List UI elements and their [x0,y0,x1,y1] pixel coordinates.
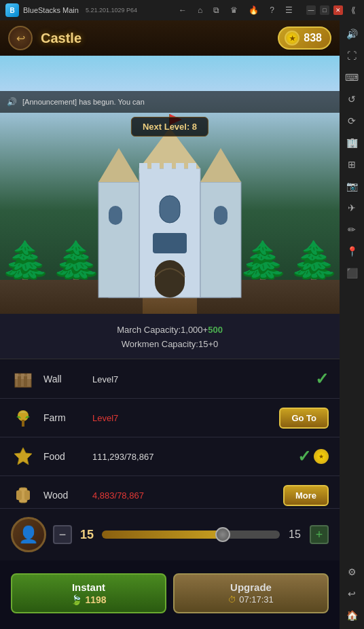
minimize-btn[interactable]: — [306,5,316,15]
sidebar-home-icon[interactable]: 🏠 [342,606,361,625]
svg-rect-3 [98,182,139,298]
nav-arrow-btn[interactable]: ⟪ [348,4,359,16]
wood-label: Wood [43,490,84,501]
farm-label: Farm [43,412,84,423]
workmen-minus-button[interactable]: − [53,525,72,544]
svg-rect-15 [176,163,184,173]
farm-icon [11,406,35,430]
castle-svg: 7 7 [68,114,272,307]
svg-rect-37 [24,490,30,500]
wall-label: Wall [43,374,84,384]
svg-rect-36 [16,490,22,500]
sidebar-layers-icon[interactable]: ⬛ [342,264,361,283]
announcement-text: [Announcement] has begun. You can [22,98,145,106]
nav-flame-btn[interactable]: 🔥 [246,4,261,16]
sidebar-grid-icon[interactable]: ⊞ [342,155,361,174]
sidebar-location-icon[interactable]: 📍 [342,242,361,261]
farm-action[interactable]: Go To [279,408,329,429]
bs-left: B BlueStacks Main 5.21.201.1029 P64 [5,3,137,17]
nav-menu-btn[interactable]: ☰ [283,4,295,16]
sidebar-fullscreen-icon[interactable]: ⛶ [342,46,361,65]
close-btn[interactable]: ✕ [333,5,343,15]
workmen-current: 15 [79,528,95,542]
table-row: Food 111,293/78,867 ✓ ★ [0,437,340,476]
nav-home-btn[interactable]: ⌂ [195,4,205,16]
nav-back-btn[interactable]: ← [176,4,189,16]
maximize-btn[interactable]: □ [320,5,329,15]
stats-container: Wall Level7 ✓ Farm Level7 Go To [0,360,340,515]
march-capacity-text: March Capacity:1,000+500 [11,323,329,338]
workmen-section: 👤 − 15 15 + [0,508,340,560]
food-action: ✓ ★ [297,447,329,466]
wood-icon [11,483,35,507]
bs-logo: B [5,3,19,17]
food-check-icon: ✓ [297,447,311,466]
workmen-slider[interactable] [102,531,280,539]
clock-icon: ⏱ [228,595,236,605]
svg-rect-13 [151,163,160,173]
sidebar-gear-icon[interactable]: ⚙ [342,562,361,581]
bs-subtitle-text: 5.21.201.1029 P64 [86,7,137,14]
instant-cost-icon: 🍃 [71,594,82,605]
food-icon [11,444,35,469]
svg-rect-9 [155,260,185,298]
instant-cost-container: 🍃 1198 [71,594,106,605]
info-panel: March Capacity:1,000+500 Workmen Capacit… [0,314,340,359]
right-sidebar: 🔊 ⛶ ⌨ ↺ ⟳ 🏢 ⊞ 📷 ✈ ✏ 📍 ⬛ ⚙ ↩ 🏠 [340,20,364,629]
wall-check-icon: ✓ [315,370,329,388]
workmen-plus-button[interactable]: + [310,525,329,544]
back-button[interactable]: ↩ [8,26,33,50]
game-container: ↩ Castle ★ 838 🔊 [Announcement] has begu… [0,20,340,629]
sidebar-rotate-icon[interactable]: ↺ [342,90,361,109]
nav-help-btn[interactable]: ? [267,4,277,16]
sidebar-camera-icon[interactable]: 📷 [342,177,361,196]
back-arrow-icon: ↩ [16,32,25,45]
svg-rect-33 [22,420,24,427]
upgrade-time-container: ⏱ 07:17:31 [228,594,274,605]
svg-rect-10 [109,206,122,225]
announcement-bar: 🔊 [Announcement] has begun. You can [0,91,340,113]
svg-rect-16 [188,163,196,173]
bluestacks-bar: B BlueStacks Main 5.21.201.1029 P64 ← ⌂ … [0,0,364,20]
gold-badge: ★ 838 [278,26,331,50]
instant-label: Instant [72,581,105,593]
nav-tabs-btn[interactable]: ⧉ [211,4,222,16]
wood-more-button[interactable]: More [283,485,329,506]
sidebar-keyboard-icon[interactable]: ⌨ [342,68,361,87]
food-value: 111,293/78,867 [92,452,289,462]
bottom-buttons: Instant 🍃 1198 Upgrade ⏱ 07:17:31 [0,565,340,622]
svg-rect-30 [18,376,21,387]
svg-marker-6 [200,148,241,182]
slider-thumb [215,527,230,542]
wood-action[interactable]: More [283,485,329,506]
svg-rect-14 [164,163,172,173]
sidebar-edit-icon[interactable]: ✏ [342,220,361,239]
svg-rect-11 [214,206,228,225]
workmen-avatar: 👤 [11,517,46,552]
wood-value: 4,883/78,867 [92,490,275,501]
instant-button[interactable]: Instant 🍃 1198 [11,573,166,613]
bs-controls: ← ⌂ ⧉ ♛ 🔥 ? ☰ — □ ✕ ⟪ [176,4,359,16]
sidebar-volume-icon[interactable]: 🔊 [342,24,361,43]
next-level-badge: Next Level: 8 [131,117,208,137]
wall-icon [11,367,35,391]
sidebar-plane-icon[interactable]: ✈ [342,198,361,217]
farm-value: Level7 [92,413,271,423]
table-row: Farm Level7 Go To [0,399,340,437]
bs-title-text: BlueStacks Main [23,6,79,14]
table-row: Wall Level7 ✓ [0,360,340,399]
castle-image-area: 🔊 [Announcement] has begun. You can Next… [0,56,340,314]
upgrade-time-value: 07:17:31 [239,594,274,605]
instant-cost-value: 1198 [85,594,106,605]
farm-goto-button[interactable]: Go To [279,408,329,429]
sound-icon: 🔊 [7,97,17,107]
gold-coin-icon: ★ [285,31,299,46]
upgrade-button[interactable]: Upgrade ⏱ 07:17:31 [173,573,329,613]
sidebar-refresh-icon[interactable]: ⟳ [342,111,361,130]
svg-rect-7 [160,196,180,223]
sidebar-building-icon[interactable]: 🏢 [342,133,361,152]
nav-crown-btn[interactable]: ♛ [228,4,240,16]
page-title: Castle [41,31,278,46]
sidebar-back-icon[interactable]: ↩ [342,584,361,603]
workmen-max: 15 [287,528,303,541]
